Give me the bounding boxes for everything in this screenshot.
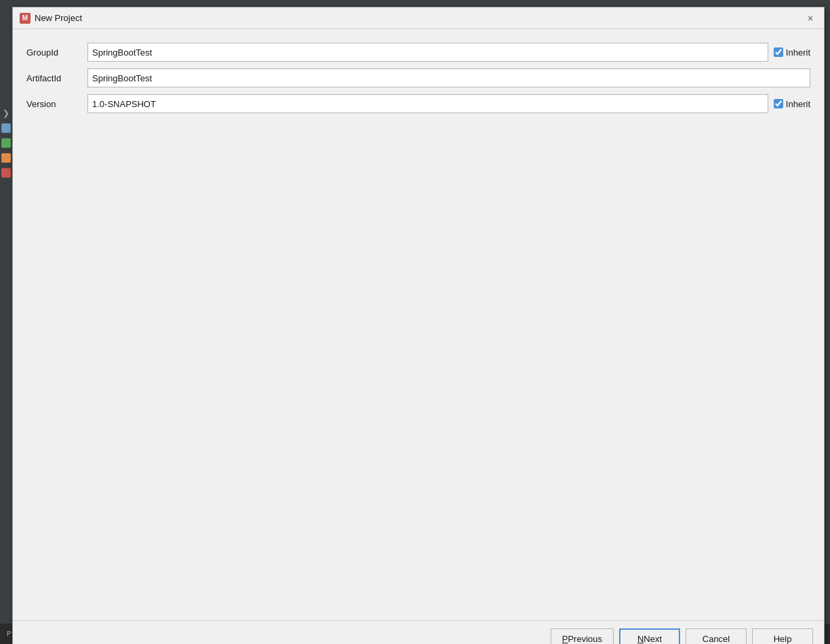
previous-button[interactable]: PPrevious xyxy=(551,628,614,645)
sidebar-strip: ❯ xyxy=(0,0,12,644)
dialog-title-icon: M xyxy=(20,13,31,24)
sidebar-icon-2 xyxy=(1,138,11,148)
version-inherit-wrapper: Inherit xyxy=(774,99,810,109)
sidebar-icon-1 xyxy=(1,123,11,133)
help-button[interactable]: Help xyxy=(752,628,813,645)
version-row: Version Inherit xyxy=(26,94,810,113)
cancel-button[interactable]: Cancel xyxy=(686,628,747,645)
dialog-title-text: New Project xyxy=(35,13,82,23)
new-project-dialog: M New Project × GroupId Inherit Artifact… xyxy=(12,7,825,644)
next-button[interactable]: NNext xyxy=(619,628,680,645)
version-input[interactable] xyxy=(87,94,768,113)
version-input-wrapper: Inherit xyxy=(87,94,810,113)
groupid-label: GroupId xyxy=(26,47,87,58)
groupid-input-wrapper: Inherit xyxy=(87,43,810,62)
sidebar-chevron-icon[interactable]: ❯ xyxy=(3,108,9,118)
sidebar-icon-3 xyxy=(1,153,11,163)
dialog-footer: PPrevious NNext Cancel Help xyxy=(13,620,824,644)
groupid-inherit-checkbox[interactable] xyxy=(774,47,783,57)
dialog-icon-letter: M xyxy=(22,14,28,22)
artifactid-row: ArtifactId xyxy=(26,68,810,87)
artifactid-input[interactable] xyxy=(87,68,810,87)
sidebar-icon-4 xyxy=(1,168,11,178)
version-label: Version xyxy=(26,99,87,109)
previous-label: PPrevious xyxy=(562,634,602,644)
next-label: NNext xyxy=(637,634,662,644)
groupid-inherit-wrapper: Inherit xyxy=(774,47,810,58)
groupid-input[interactable] xyxy=(87,43,768,62)
artifactid-input-wrapper xyxy=(87,68,810,87)
groupid-inherit-label: Inherit xyxy=(786,47,810,58)
dialog-close-button[interactable]: × xyxy=(804,12,817,25)
artifactid-label: ArtifactId xyxy=(26,73,87,83)
groupid-row: GroupId Inherit xyxy=(26,43,810,62)
version-inherit-label: Inherit xyxy=(786,99,810,109)
dialog-title-left: M New Project xyxy=(20,13,82,24)
dialog-content: GroupId Inherit ArtifactId Version xyxy=(13,29,824,620)
version-inherit-checkbox[interactable] xyxy=(774,99,783,108)
dialog-titlebar: M New Project × xyxy=(13,7,824,29)
